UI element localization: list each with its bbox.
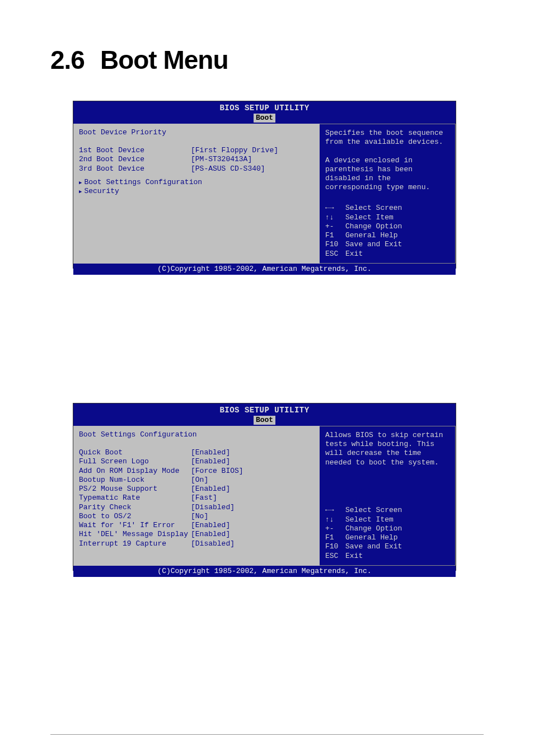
bios-item-label: Full Screen Logo: [79, 457, 191, 466]
bios-nav-hints: ←→Select Screen ↑↓Select Item +-Change O…: [325, 506, 449, 561]
nav-key: F1: [325, 231, 345, 240]
nav-key: ↑↓: [325, 515, 345, 524]
bios-item-value: [Enabled]: [191, 485, 314, 494]
nav-key: ESC: [325, 552, 345, 561]
nav-key: F1: [325, 533, 345, 542]
bios-tab-row: Boot: [73, 114, 456, 124]
nav-desc: Change Option: [345, 222, 402, 231]
bios-item-label: Hit 'DEL' Message Display: [79, 530, 191, 539]
bios-item-value: [PM-ST320413A]: [191, 155, 314, 164]
bios-screenshot-boot-settings: BIOS SETUP UTILITY Boot Boot Settings Co…: [73, 403, 456, 571]
bios-right-panel: Specifies the boot sequence from the ava…: [320, 124, 456, 264]
nav-key: ↑↓: [325, 213, 345, 222]
bios-left-panel: Boot Device Priority 1st Boot Device [Fi…: [73, 124, 320, 264]
nav-key: ESC: [325, 250, 345, 259]
bios-nav-row: F10Save and Exit: [325, 240, 449, 249]
bios-item-row: Hit 'DEL' Message Display[Enabled]: [79, 530, 314, 539]
bios-item-value: [Enabled]: [191, 521, 314, 530]
nav-key: +-: [325, 524, 345, 533]
bios-item-row: PS/2 Mouse Support[Enabled]: [79, 485, 314, 494]
bios-item-label: Add On ROM Display Mode: [79, 467, 191, 476]
bios-item-value: [No]: [191, 512, 314, 521]
nav-desc: Select Item: [345, 213, 394, 222]
bios-item-value: [PS-ASUS CD-S340]: [191, 165, 314, 173]
nav-desc: General Help: [345, 533, 398, 542]
bios-submenu-item: Security: [79, 187, 314, 196]
bios-item-value: [On]: [191, 476, 314, 485]
bios-screenshot-boot-priority: BIOS SETUP UTILITY Boot Boot Device Prio…: [73, 101, 456, 269]
bios-nav-row: F10Save and Exit: [325, 542, 449, 551]
bios-item-label: Parity Check: [79, 503, 191, 512]
bios-item-row: Quick Boot[Enabled]: [79, 448, 314, 457]
bios-item-label: Boot to OS/2: [79, 512, 191, 521]
nav-key: +-: [325, 222, 345, 231]
page-footer-rule: [50, 734, 484, 735]
bios-nav-row: ↑↓Select Item: [325, 213, 449, 222]
nav-desc: Save and Exit: [345, 542, 402, 551]
bios-nav-row: +-Change Option: [325, 222, 449, 231]
bios-nav-row: ↑↓Select Item: [325, 515, 449, 524]
bios-item-row: Boot to OS/2[No]: [79, 512, 314, 521]
nav-desc: Save and Exit: [345, 240, 402, 249]
bios-item-value: [Enabled]: [191, 448, 314, 457]
bios-nav-row: ←→Select Screen: [325, 204, 449, 213]
bios-body: Boot Settings Configuration Quick Boot[E…: [73, 426, 456, 566]
nav-desc: Select Screen: [345, 506, 402, 515]
bios-tab-row: Boot: [73, 416, 456, 426]
bios-title: BIOS SETUP UTILITY: [73, 101, 456, 114]
heading-number: 2.6: [50, 45, 85, 74]
nav-desc: General Help: [345, 231, 398, 240]
nav-key: F10: [325, 542, 345, 551]
bios-item-label: Wait for 'F1' If Error: [79, 521, 191, 530]
bios-nav-row: +-Change Option: [325, 524, 449, 533]
bios-item-row: Full Screen Logo[Enabled]: [79, 457, 314, 466]
bios-nav-row: ESCExit: [325, 552, 449, 561]
bios-item-label: 3rd Boot Device: [79, 165, 191, 173]
nav-desc: Change Option: [345, 524, 402, 533]
bios-body: Boot Device Priority 1st Boot Device [Fi…: [73, 124, 456, 264]
bios-item-label: 1st Boot Device: [79, 146, 191, 155]
bios-left-panel: Boot Settings Configuration Quick Boot[E…: [73, 426, 320, 566]
nav-desc: Select Screen: [345, 204, 402, 213]
bios-item-row: Interrupt 19 Capture[Disabled]: [79, 539, 314, 548]
bios-nav-row: ←→Select Screen: [325, 506, 449, 515]
nav-desc: Exit: [345, 552, 363, 561]
page-heading: 2.6Boot Menu: [50, 45, 228, 75]
bios-item-row: Add On ROM Display Mode[Force BIOS]: [79, 467, 314, 476]
bios-item-value: [Enabled]: [191, 530, 314, 539]
bios-title: BIOS SETUP UTILITY: [73, 403, 456, 416]
nav-key: F10: [325, 240, 345, 249]
bios-item-label: 2nd Boot Device: [79, 155, 191, 164]
bios-nav-hints: ←→Select Screen ↑↓Select Item +-Change O…: [325, 204, 449, 259]
bios-item-value: [Force BIOS]: [191, 467, 314, 476]
nav-key: ←→: [325, 204, 345, 213]
bios-nav-row: F1General Help: [325, 533, 449, 542]
bios-item-value: [Disabled]: [191, 503, 314, 512]
bios-item-label: Typematic Rate: [79, 494, 191, 503]
bios-item-label: Interrupt 19 Capture: [79, 539, 191, 548]
bios-active-tab: Boot: [254, 416, 275, 425]
bios-item-row: 1st Boot Device [First Floppy Drive]: [79, 146, 314, 155]
nav-key: ←→: [325, 506, 345, 515]
nav-desc: Exit: [345, 250, 363, 259]
bios-item-value: [Disabled]: [191, 539, 314, 548]
bios-item-value: [First Floppy Drive]: [191, 146, 314, 155]
bios-help-text: Allows BIOS to skip certain tests while …: [325, 431, 449, 467]
bios-footer: (C)Copyright 1985-2002, American Megatre…: [73, 264, 456, 275]
bios-item-row: 2nd Boot Device [PM-ST320413A]: [79, 155, 314, 164]
bios-item-row: Parity Check[Disabled]: [79, 503, 314, 512]
bios-item-label: Bootup Num-Lock: [79, 476, 191, 485]
nav-desc: Select Item: [345, 515, 394, 524]
bios-help-text: Specifies the boot sequence from the ava…: [325, 129, 449, 192]
heading-text: Boot Menu: [100, 45, 228, 74]
bios-footer: (C)Copyright 1985-2002, American Megatre…: [73, 566, 456, 577]
bios-item-value: [Enabled]: [191, 457, 314, 466]
bios-section-title: Boot Device Priority: [79, 128, 314, 137]
bios-submenu-item: Boot Settings Configuration: [79, 178, 314, 187]
bios-item-row: Wait for 'F1' If Error[Enabled]: [79, 521, 314, 530]
bios-item-row: 3rd Boot Device [PS-ASUS CD-S340]: [79, 165, 314, 173]
bios-item-row: Bootup Num-Lock[On]: [79, 476, 314, 485]
bios-item-row: Typematic Rate[Fast]: [79, 494, 314, 503]
bios-nav-row: ESCExit: [325, 250, 449, 259]
bios-right-panel: Allows BIOS to skip certain tests while …: [320, 426, 456, 566]
